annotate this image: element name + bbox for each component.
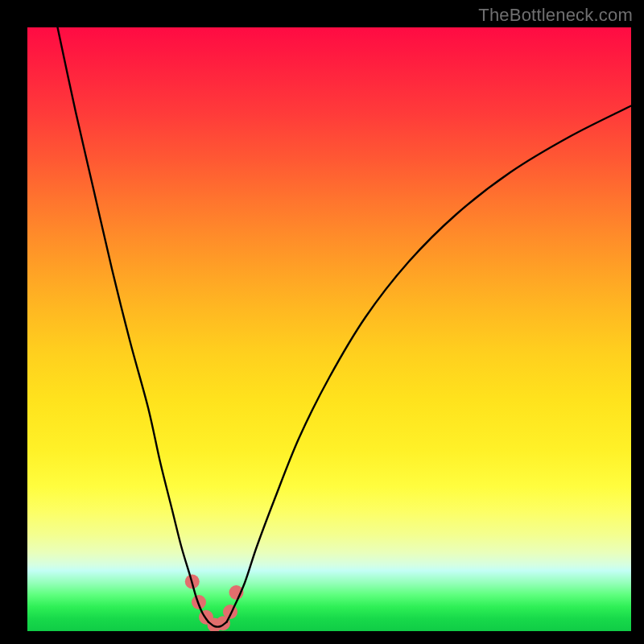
plot-area [27,27,631,631]
right-branch-curve [227,106,632,622]
left-branch-curve [58,27,209,622]
chart-container: TheBottleneck.com [0,0,644,644]
watermark-text: TheBottleneck.com [478,5,633,26]
curve-layer [27,27,631,631]
valley-marker-group [185,575,244,632]
